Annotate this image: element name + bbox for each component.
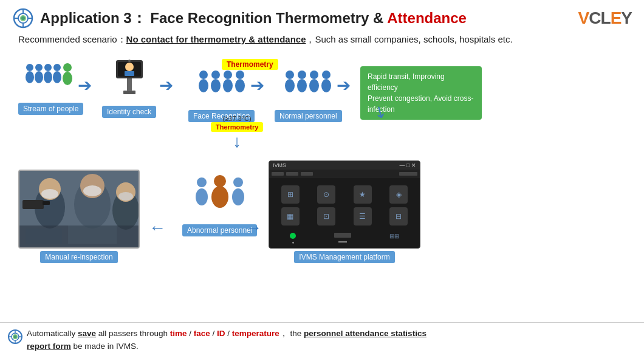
svg-point-11 [35, 71, 43, 83]
svg-point-34 [285, 79, 295, 92]
face-recognition-icon [194, 67, 249, 104]
ivms-status-2: ▬▬ [334, 233, 351, 244]
page: Application 3： Face Recognition Thermome… [0, 0, 644, 358]
scenario-suffix: ，Such as small companies, schools, hospi… [306, 34, 512, 44]
bottom-middle: the [288, 329, 304, 338]
manual-photo [18, 170, 140, 249]
svg-point-60 [233, 177, 243, 187]
manual-label: Manual re-inspection [40, 251, 117, 263]
ivms-status-row: ● ▬▬ ⊞⊞ [269, 230, 420, 247]
svg-rect-55 [68, 225, 117, 244]
bottom-text: Automatically save all passers through t… [7, 328, 637, 353]
temp-section: (≥37.3°C) Thermometry ↓ [211, 115, 263, 151]
ivms-status-1: ● [290, 233, 296, 244]
header-left: Application 3： Face Recognition Thermome… [12, 7, 467, 29]
svg-point-56 [214, 175, 226, 187]
manual-item: Manual re-inspection [18, 170, 140, 263]
content-area: Stream of people ➔ Identity check ➔ [12, 54, 632, 334]
svg-point-12 [44, 64, 52, 71]
ivms-toolbar [269, 170, 420, 178]
svg-point-32 [235, 79, 245, 92]
svg-point-17 [63, 72, 72, 85]
bottom-after-save: all passers through [96, 329, 170, 338]
arrow1: ➔ [78, 75, 92, 95]
svg-point-22 [125, 63, 134, 71]
svg-point-35 [298, 71, 306, 79]
ivms-item: IVMS — □ ✕ ⊞ [269, 160, 420, 263]
header: Application 3： Face Recognition Thermome… [12, 7, 632, 29]
ivms-icon-3: ★ [346, 185, 379, 204]
app-icon [12, 7, 34, 29]
svg-point-9 [26, 71, 34, 83]
bottom-auto: Automatically [27, 329, 78, 338]
svg-point-33 [286, 71, 294, 79]
ivms-icon-5-glyph: ▦ [287, 212, 293, 221]
header-title: Application 3： Face Recognition Thermome… [40, 9, 467, 28]
app-number: Application 3 [40, 10, 132, 26]
stream-item: Stream of people [18, 60, 83, 115]
bottom-report: report form [27, 342, 71, 351]
svg-point-31 [236, 71, 244, 79]
title-normal: Face Recognition Thermometry & [150, 10, 387, 26]
ivms-icon-1-glyph: ⊞ [287, 190, 293, 199]
arrow-down: ↓ [211, 132, 263, 151]
ivms-icon-6-glyph: ⊡ [323, 212, 329, 221]
stream-label: Stream of people [18, 103, 83, 115]
ivms-screen: IVMS — □ ✕ ⊞ [269, 160, 420, 249]
identity-item: Identity check [102, 57, 156, 118]
svg-rect-51 [22, 200, 44, 209]
thermometry-label-mid: Thermometry [211, 122, 263, 132]
bottom-face: face [194, 329, 210, 338]
ivms-status-3: ⊞⊞ [389, 233, 399, 244]
ivms-icon-7: ☰ [346, 207, 379, 225]
logo: VCLEY [578, 9, 632, 28]
svg-point-10 [35, 64, 43, 71]
bottom-target-icon [7, 329, 23, 345]
svg-point-13 [44, 71, 52, 83]
svg-point-36 [297, 79, 307, 92]
ivms-header-bar: IVMS — □ ✕ [269, 161, 420, 170]
identity-label: Identity check [102, 106, 156, 118]
arrow-right-bottom: → [245, 218, 262, 238]
ivms-icon-8-glyph: ⊟ [396, 212, 402, 221]
ivms-icon-4-glyph: ◈ [396, 190, 402, 199]
ivms-bar-1 [334, 233, 351, 238]
svg-point-47 [83, 185, 101, 196]
svg-point-37 [310, 71, 318, 79]
bottom-slash1: / [187, 329, 193, 338]
svg-rect-54 [26, 229, 62, 244]
svg-point-14 [53, 64, 61, 71]
svg-point-7 [20, 15, 26, 21]
ivms-label: IVMS Management platform [294, 251, 394, 263]
ivms-led [290, 233, 296, 239]
svg-point-59 [196, 188, 208, 205]
svg-point-27 [211, 71, 220, 79]
svg-point-69 [13, 334, 18, 339]
bottom-comma: ， [279, 329, 288, 338]
bottom-save: save [78, 329, 96, 338]
scenario-text: Recommended scenario：No contact for ther… [18, 34, 632, 46]
svg-point-26 [199, 79, 208, 92]
ivms-icon-3-glyph: ★ [359, 190, 366, 199]
ivms-icon-1: ⊞ [274, 185, 307, 204]
scenario-prefix: Recommended scenario： [18, 34, 126, 44]
ivms-icon-8: ⊟ [383, 207, 416, 225]
temp-threshold: (≥37.3°C) [211, 115, 263, 122]
ivms-title: IVMS [273, 162, 286, 168]
svg-point-50 [118, 192, 133, 201]
identity-device-icon [105, 57, 154, 100]
bottom-slash3: / [225, 329, 232, 338]
svg-point-16 [63, 63, 72, 72]
svg-point-15 [53, 71, 61, 83]
photo-svg [19, 171, 140, 249]
svg-point-28 [211, 79, 221, 92]
ivms-controls: — □ ✕ [400, 162, 416, 168]
svg-point-29 [224, 71, 232, 79]
svg-point-61 [232, 188, 244, 205]
bottom-end: be made in IVMS. [71, 342, 139, 351]
bottom-id: ID [217, 329, 225, 338]
bottom-temperature: temperature [232, 329, 279, 338]
ivms-icon-2: ⊙ [310, 185, 343, 204]
svg-point-44 [41, 189, 58, 199]
svg-point-40 [321, 79, 331, 92]
